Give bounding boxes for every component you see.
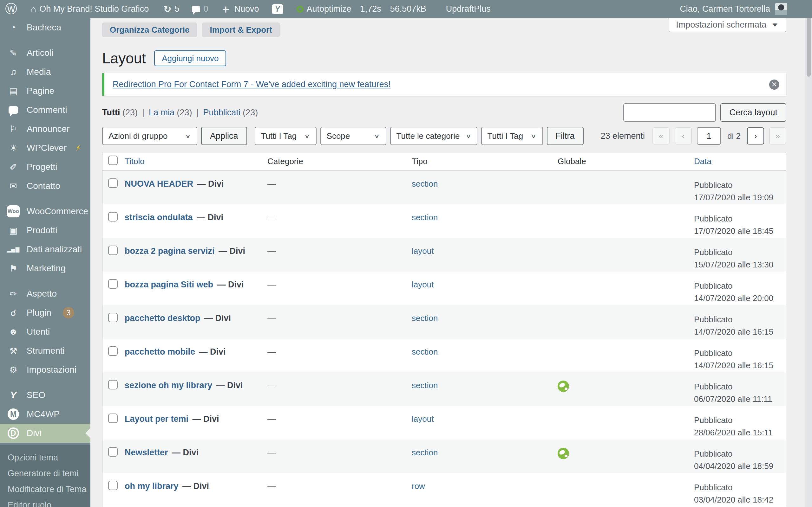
row-checkbox[interactable]: [108, 413, 118, 423]
layout-title-link[interactable]: bozza pagina Siti web: [125, 280, 213, 289]
row-checkbox[interactable]: [108, 447, 118, 457]
tag-filter-select-2[interactable]: Tutti I Tag ∨: [481, 127, 543, 145]
table-header: Titolo Categorie Tipo Globale Data: [102, 153, 786, 171]
sidebar-item-progetti[interactable]: ✐ Progetti: [0, 158, 90, 176]
layout-title-link[interactable]: pacchetto desktop: [125, 314, 200, 323]
sidebar-item-announcer[interactable]: ⚐ Announcer: [0, 119, 90, 138]
layout-title-link[interactable]: sezione oh my library: [125, 381, 212, 390]
yoast-seo-icon[interactable]: Y: [272, 4, 283, 14]
tipo-link[interactable]: section: [412, 448, 438, 457]
view-published[interactable]: Pubblicati: [203, 108, 241, 117]
bulk-actions-select[interactable]: Azioni di gruppo ∨: [102, 127, 197, 145]
wordpress-logo-icon[interactable]: Ⓦ: [5, 1, 17, 17]
sidebar-item-woocommerce[interactable]: Woo WooCommerce: [0, 202, 90, 221]
row-checkbox[interactable]: [108, 178, 118, 188]
sidebar-item-pagine[interactable]: ▤ Pagine: [0, 81, 90, 101]
layout-title-link[interactable]: bozza 2 pagina servizi: [125, 246, 215, 256]
sidebar-item-impostazioni[interactable]: ⚙ Impostazioni: [0, 360, 90, 379]
sidebar-item-media[interactable]: ♫ Media: [0, 62, 90, 81]
categories-select[interactable]: Tutte le categorie ∨: [390, 127, 477, 145]
layout-title-link[interactable]: pacchetto mobile: [125, 347, 195, 356]
page-scrollbar: [805, 0, 812, 507]
sidebar-item-commenti[interactable]: Commenti: [0, 101, 90, 119]
updates-link[interactable]: ↻ 5: [163, 3, 179, 14]
screen-options-tab[interactable]: Impostazioni schermata ▼: [669, 18, 786, 32]
tipo-link[interactable]: section: [412, 347, 438, 356]
sidebar-item-seo[interactable]: Y SEO: [0, 386, 90, 405]
sidebar-item-prodotti[interactable]: ▣ Prodotti: [0, 221, 90, 240]
scope-select[interactable]: Scope ∨: [320, 127, 386, 145]
table-row: Layout per temi — Divi — layout Pubblica…: [102, 406, 786, 440]
row-checkbox[interactable]: [108, 313, 118, 322]
row-categories: —: [267, 305, 412, 339]
column-data[interactable]: Data: [694, 157, 786, 166]
submenu-item-editor-ruolo[interactable]: Editor ruolo: [0, 497, 90, 507]
sidebar-item-divi[interactable]: D Divi: [0, 424, 90, 443]
import-export-button[interactable]: Import & Export: [202, 22, 280, 37]
submenu-item-generatore-di-temi[interactable]: Generatore di temi: [0, 465, 90, 481]
sidebar-item-contatto[interactable]: ✉ Contatto: [0, 176, 90, 195]
chevron-down-icon: ∨: [531, 133, 537, 139]
layout-title-link[interactable]: Layout per temi: [125, 414, 189, 424]
site-name-link[interactable]: ⌂ Oh My Brand! Studio Grafico: [31, 4, 149, 14]
organize-categories-button[interactable]: Organizza Categorie: [102, 22, 197, 37]
submenu-item-opzioni-tema[interactable]: Opzioni tema: [0, 450, 90, 465]
account-greeting[interactable]: Ciao, Carmen Tortorella: [680, 4, 770, 14]
sidebar-item-utenti[interactable]: ☻ Utenti: [0, 322, 90, 341]
tipo-link[interactable]: row: [412, 481, 425, 491]
search-input[interactable]: [623, 103, 716, 122]
row-checkbox[interactable]: [108, 212, 118, 222]
sidebar-item-wpclever[interactable]: ☀ WPClever ⚡: [0, 138, 90, 158]
tag-filter-select[interactable]: Tutti I Tag ∨: [255, 127, 316, 145]
submenu-item-modificatore-di-tema[interactable]: Modificatore di Tema: [0, 481, 90, 497]
sidebar-item-strumenti[interactable]: ⚒ Strumenti: [0, 341, 90, 360]
tipo-link[interactable]: section: [412, 179, 438, 188]
view-mine[interactable]: La mia: [149, 108, 174, 117]
search-layouts-button[interactable]: Cerca layout: [720, 103, 786, 122]
comments-link[interactable]: 0: [192, 4, 208, 14]
view-all[interactable]: Tutti: [102, 108, 120, 117]
row-checkbox[interactable]: [108, 380, 118, 389]
tipo-link[interactable]: section: [412, 314, 438, 323]
dismiss-notice-icon[interactable]: ✕: [769, 79, 779, 90]
notice-link[interactable]: Redirection Pro For Contact Form 7 - We'…: [113, 79, 391, 89]
tipo-link[interactable]: section: [412, 213, 438, 222]
row-checkbox[interactable]: [108, 346, 118, 356]
layout-title-link[interactable]: oh my library: [125, 481, 179, 491]
sidebar-item-aspetto[interactable]: ✑ Aspetto: [0, 284, 90, 303]
filter-button[interactable]: Filtra: [547, 127, 583, 145]
chevron-down-icon: ▼: [771, 21, 779, 28]
current-page-input[interactable]: [697, 127, 721, 145]
row-date: Pubblicato14/07/2020 alle 16:15: [694, 339, 786, 372]
tipo-link[interactable]: layout: [412, 280, 434, 289]
column-titolo[interactable]: Titolo: [125, 157, 267, 166]
row-checkbox[interactable]: [108, 481, 118, 490]
tipo-link[interactable]: layout: [412, 414, 434, 424]
avatar[interactable]: [775, 3, 787, 15]
add-new-button[interactable]: Aggiungi nuovo: [154, 50, 226, 66]
layout-title-link[interactable]: Newsletter: [125, 448, 168, 457]
sidebar-item-articoli[interactable]: ✎ Articoli: [0, 43, 90, 62]
sidebar-item-mc4wp[interactable]: M MC4WP: [0, 405, 90, 424]
apply-button[interactable]: Applica: [201, 127, 247, 145]
sidebar-item-marketing[interactable]: ⚑ Marketing: [0, 259, 90, 278]
pushpin-icon: ✐: [7, 162, 20, 172]
tipo-link[interactable]: section: [412, 381, 438, 390]
select-all-checkbox[interactable]: [108, 156, 118, 165]
new-content-button[interactable]: ＋ Nuovo: [220, 2, 259, 16]
layout-title-link[interactable]: striscia ondulata: [125, 213, 193, 222]
tipo-link[interactable]: layout: [412, 246, 434, 256]
first-page-button: «: [653, 127, 670, 145]
box-icon: ▣: [7, 225, 20, 236]
sidebar-item-plugin[interactable]: ☌ Plugin 3: [0, 303, 90, 322]
row-date: Pubblicato17/07/2020 alle 19:09: [694, 171, 786, 205]
row-checkbox[interactable]: [108, 279, 118, 289]
row-checkbox[interactable]: [108, 245, 118, 255]
layout-title-link[interactable]: NUOVA HEADER: [125, 179, 193, 188]
updraftplus-menu[interactable]: UpdraftPlus: [446, 4, 491, 14]
sidebar-item-dati-analizzati[interactable]: ▂▅▇ Dati analizzati: [0, 240, 90, 259]
sidebar-item-bacheca[interactable]: ◔ Bacheca: [0, 18, 90, 37]
table-row: Newsletter — Divi — section Pubblicato04…: [102, 440, 786, 473]
autoptimize-menu[interactable]: Autoptimize: [297, 4, 351, 14]
next-page-button[interactable]: ›: [747, 127, 764, 145]
